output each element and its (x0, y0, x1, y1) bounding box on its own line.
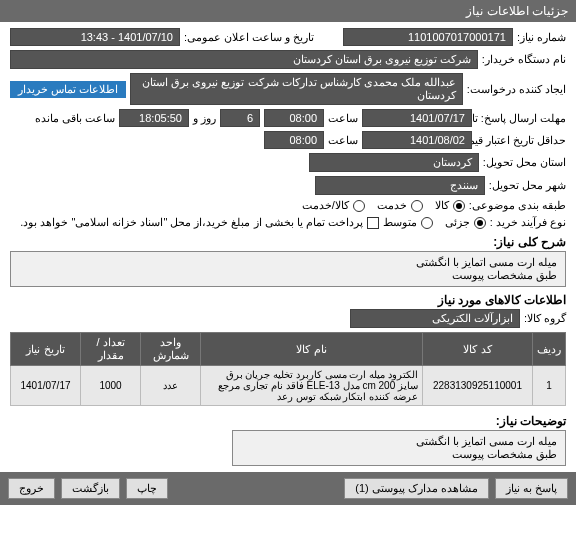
radio-goods[interactable] (453, 200, 465, 212)
col-code: کد کالا (423, 333, 533, 366)
return-button[interactable]: بازگشت (61, 478, 120, 499)
radio-goods-label: کالا (435, 199, 449, 212)
buyer-label: نام دستگاه خریدار: (482, 53, 566, 66)
need-no-label: شماره نیاز: (517, 31, 566, 44)
process-radio-group: جزئی متوسط (383, 216, 486, 229)
notes-box: میله ارت مسی اتمایز با انگشتی طبق مشخصات… (232, 430, 566, 466)
province-label: استان محل تحویل: (483, 156, 566, 169)
col-date: تاریخ نیاز (11, 333, 81, 366)
cell-qty: 1000 (81, 366, 141, 406)
countdown-field: 18:05:50 (119, 109, 189, 127)
radio-service[interactable] (411, 200, 423, 212)
announce-label: تاریخ و ساعت اعلان عمومی: (184, 31, 314, 44)
validity-label: حداقل تاریخ اعتبار قیمت: تا تاریخ: (476, 134, 566, 147)
respond-button[interactable]: پاسخ به نیاز (495, 478, 568, 499)
days-remain-field: 6 (220, 109, 260, 127)
cell-date: 1401/07/17 (11, 366, 81, 406)
table-row[interactable]: 1 2283130925110001 الکترود میله ارت مسی … (11, 366, 566, 406)
col-unit: واحد شمارش (141, 333, 201, 366)
footer-bar: پاسخ به نیاز مشاهده مدارک پیوستی (1) چاپ… (0, 472, 576, 505)
validity-time-field: 08:00 (264, 131, 324, 149)
cell-code: 2283130925110001 (423, 366, 533, 406)
attachments-button[interactable]: مشاهده مدارک پیوستی (1) (344, 478, 489, 499)
day-label: روز و (193, 112, 216, 125)
radio-medium[interactable] (421, 217, 433, 229)
requester-field: عبدالله ملک محمدی کارشناس تدارکات شرکت ت… (130, 73, 463, 105)
col-row: ردیف (533, 333, 566, 366)
deadline-label: مهلت ارسال پاسخ: تا تاریخ: (476, 112, 566, 125)
radio-partial[interactable] (474, 217, 486, 229)
cell-name: الکترود میله ارت مسی کاربرد تخلیه جریان … (201, 366, 423, 406)
announce-field: 1401/07/10 - 13:43 (10, 28, 180, 46)
deadline-date-field: 1401/07/17 (362, 109, 472, 127)
radio-service-label: خدمت (377, 199, 407, 212)
radio-partial-label: جزئی (445, 216, 470, 229)
need-no-field: 1101007017000171 (343, 28, 513, 46)
buyer-field: شرکت توزیع نیروی برق استان کردستان (10, 50, 478, 69)
requester-label: ایجاد کننده درخواست: (467, 83, 566, 96)
form-area: شماره نیاز: 1101007017000171 تاریخ و ساع… (0, 22, 576, 472)
exit-button[interactable]: خروج (8, 478, 55, 499)
group-field: ابزارآلات الکتریکی (350, 309, 520, 328)
col-qty: تعداد / مقدار (81, 333, 141, 366)
desc-box: میله ارت مسی اتمایز با انگشتی طبق مشخصات… (10, 251, 566, 287)
radio-medium-label: متوسط (383, 216, 417, 229)
city-label: شهر محل تحویل: (489, 179, 566, 192)
treasury-checkbox[interactable] (367, 217, 379, 229)
validity-date-field: 1401/08/02 (362, 131, 472, 149)
page-title: جزئیات اطلاعات نیاز (466, 4, 568, 18)
desc-title: شرح کلی نیاز: (10, 235, 566, 249)
cell-row: 1 (533, 366, 566, 406)
items-title: اطلاعات کالاهای مورد نیاز (10, 293, 566, 307)
remain-label: ساعت باقی مانده (35, 112, 115, 125)
category-label: طبقه بندی موضوعی: (469, 199, 566, 212)
radio-both-label: کالا/خدمت (302, 199, 349, 212)
col-name: نام کالا (201, 333, 423, 366)
cell-unit: عدد (141, 366, 201, 406)
category-radio-group: کالا خدمت کالا/خدمت (302, 199, 465, 212)
time-label-1: ساعت (328, 112, 358, 125)
deadline-time-field: 08:00 (264, 109, 324, 127)
print-button[interactable]: چاپ (126, 478, 168, 499)
notes-title: توضیحات نیاز: (10, 414, 566, 428)
radio-both[interactable] (353, 200, 365, 212)
city-field: سنندج (315, 176, 485, 195)
page-header: جزئیات اطلاعات نیاز (0, 0, 576, 22)
items-table: ردیف کد کالا نام کالا واحد شمارش تعداد /… (10, 332, 566, 406)
group-label: گروه کالا: (524, 312, 566, 325)
province-field: کردستان (309, 153, 479, 172)
time-label-2: ساعت (328, 134, 358, 147)
contact-buyer-button[interactable]: اطلاعات تماس خریدار (10, 81, 126, 98)
process-label: نوع فرآیند خرید : (490, 216, 566, 229)
payment-note: پرداخت تمام یا بخشی از مبلغ خرید،از محل … (20, 216, 363, 229)
